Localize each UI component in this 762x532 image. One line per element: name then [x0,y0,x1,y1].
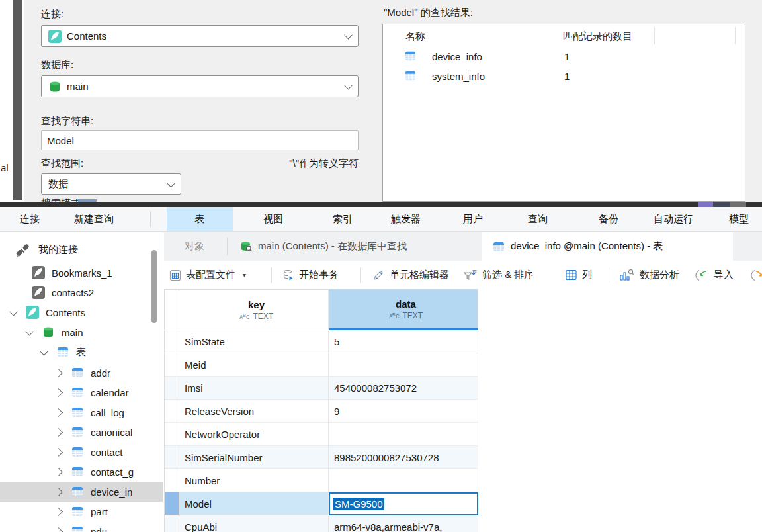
expander-right-icon[interactable] [54,508,63,516]
sidebar-item-contact-g[interactable]: contact_g [0,462,163,482]
expander-down-icon[interactable] [9,307,18,316]
columns-button[interactable]: 列 [565,261,592,289]
expander-right-icon[interactable] [54,428,63,437]
row-handle[interactable] [165,446,179,469]
toolbar-user-button[interactable]: 用户 [463,207,483,231]
my-connections-header[interactable]: 我的连接 [0,240,163,259]
database-select[interactable]: main [41,75,359,97]
expander-right-icon[interactable] [54,408,63,417]
cell-editor-button[interactable]: 单元格编辑器 [372,261,449,289]
search-string-input[interactable]: Model [41,130,359,150]
expander-right-icon[interactable] [54,468,63,476]
column-divider[interactable] [654,27,655,44]
sidebar-item-calendar[interactable]: calendar [0,382,163,402]
toolbar-automation-button[interactable]: 自动运行 [654,207,693,231]
filter-sort-button[interactable]: 筛选 & 排序 [463,261,534,289]
toolbar-query-button[interactable]: 查询 [528,207,548,231]
sidebar-item-pdu[interactable]: pdu [0,521,163,532]
grid-row[interactable]: NetworkOperator [165,423,478,446]
expander-right-icon[interactable] [54,369,63,377]
key-cell[interactable]: ReleaseVersion [179,400,329,423]
toolbar-new-query-button[interactable]: 新建查询 [74,207,114,231]
expander-right-icon[interactable] [54,388,63,397]
grid-row[interactable]: SimSerialNumber 8985200000827530728 [165,446,478,469]
data-analysis-button[interactable]: 数据分析 [619,261,679,289]
key-cell[interactable]: CpuAbi [179,515,329,532]
toolbar-table-button-active[interactable]: 表 [167,207,233,231]
result-row[interactable]: system_info 1 [383,66,745,86]
row-handle-selected[interactable] [165,492,179,515]
grid-row[interactable]: SimState 5 [165,330,478,353]
sidebar-item-part[interactable]: part [0,502,163,521]
export-button-clipped[interactable] [749,261,762,289]
begin-transaction-button[interactable]: 开始事务 [282,261,339,289]
sidebar-item-addr[interactable]: addr [0,363,163,382]
key-cell[interactable]: NetworkOperator [179,423,329,446]
data-cell[interactable]: 5 [329,330,478,353]
row-handle-header[interactable] [165,290,179,330]
grid-row[interactable]: ReleaseVersion 9 [165,400,478,423]
selected-cell-text: SM-G9500 [333,498,384,510]
sidebar-item-label: canonical [91,427,132,438]
expander-right-icon[interactable] [54,448,63,457]
row-handle[interactable] [165,515,179,532]
column-header-data-selected[interactable]: data ᴀᴮᴄTEXT [329,290,478,330]
key-cell[interactable]: Imsi [179,377,329,400]
background-scrollbar[interactable] [13,0,22,200]
row-handle[interactable] [165,400,179,423]
row-handle[interactable] [165,353,179,377]
row-handle[interactable] [165,469,179,492]
expander-right-icon[interactable] [54,527,63,532]
expander-right-icon[interactable] [54,488,63,496]
column-divider[interactable] [735,27,736,44]
tab-objects[interactable]: 对象 [164,232,225,261]
data-cell[interactable]: 8985200000827530728 [329,446,478,469]
key-cell[interactable]: Model [179,492,329,515]
key-cell[interactable]: SimSerialNumber [179,446,329,469]
sidebar-item-main-db[interactable]: main [0,322,163,342]
grid-row[interactable]: Meid [165,353,478,377]
sidebar-item-canonical[interactable]: canonical [0,422,163,442]
data-cell-editing[interactable]: SM-G9500 [329,492,478,515]
search-scope-select[interactable]: 数据 [41,173,181,195]
grid-row[interactable]: Number [165,469,478,492]
key-cell[interactable]: Number [179,469,329,492]
data-cell[interactable]: 9 [329,400,478,423]
grid-row[interactable]: CpuAbi arm64-v8a,armeabi-v7a, [165,515,478,532]
row-handle[interactable] [165,330,179,353]
key-cell[interactable]: SimState [179,330,329,353]
tab-device-info-table-active[interactable]: device_info @main (Contents) - 表 [482,232,733,261]
toolbar-backup-button[interactable]: 备份 [599,207,618,231]
expander-down-icon[interactable] [25,327,34,335]
toolbar-model-button[interactable]: 模型 [729,207,749,231]
toolbar-connection-button[interactable]: 连接 [20,207,40,231]
sidebar-item-contents[interactable]: Contents [0,302,163,322]
tab-find-in-database[interactable]: main (Contents) - 在数据库中查找 [228,232,482,261]
result-row[interactable]: device_info 1 [383,46,745,66]
key-cell[interactable]: Meid [179,353,329,377]
data-cell[interactable]: 454000082753072 [329,377,478,400]
data-cell[interactable] [329,423,478,446]
import-button[interactable]: 导入 [693,261,734,289]
toolbar-view-button[interactable]: 视图 [263,207,283,231]
column-header-key[interactable]: key ᴀᴮᴄTEXT [179,290,329,330]
connection-select[interactable]: Contents [41,25,359,47]
sidebar-item-bookmarks1[interactable]: Bookmarks_1 [0,263,163,283]
expander-down-icon[interactable] [40,347,48,355]
row-handle[interactable] [165,377,179,400]
grid-row-selected-model[interactable]: Model SM-G9500 [165,492,478,515]
data-cell[interactable] [329,469,478,492]
row-handle[interactable] [165,423,179,446]
sidebar-scrollbar[interactable] [151,250,157,323]
sidebar-item-call-log[interactable]: call_log [0,402,163,422]
grid-row[interactable]: Imsi 454000082753072 [165,377,478,400]
sidebar-item-contacts2[interactable]: contacts2 [0,283,163,302]
sidebar-item-contact[interactable]: contact [0,442,163,462]
sidebar-item-tables-folder[interactable]: 表 [0,342,163,362]
sidebar-item-device-info-selected[interactable]: device_in [0,482,163,502]
toolbar-trigger-button[interactable]: 触发器 [391,207,421,231]
data-cell[interactable] [329,353,478,377]
toolbar-index-button[interactable]: 索引 [333,207,353,231]
data-cell[interactable]: arm64-v8a,armeabi-v7a, [329,515,478,532]
table-profile-button[interactable]: 表配置文件 ▾ [169,261,246,289]
